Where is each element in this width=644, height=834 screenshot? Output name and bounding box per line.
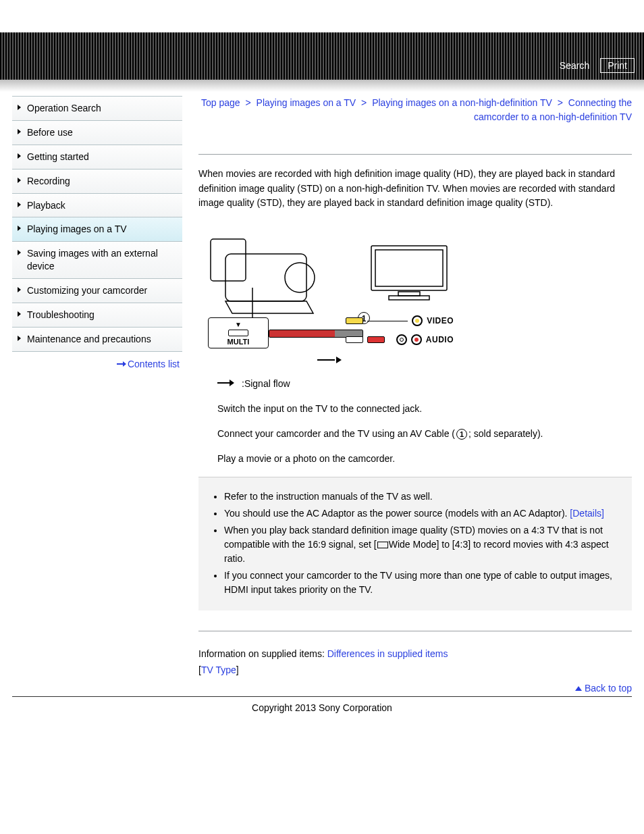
divider [198, 154, 632, 155]
tv-icon [369, 243, 450, 303]
step-3: Play a movie or a photo on the camcorder… [217, 452, 632, 466]
breadcrumb: Top page > Playing images on a TV > Play… [198, 96, 632, 124]
signal-flow-legend: :Signal flow [217, 377, 632, 391]
steps: :Signal flow Switch the input on the TV … [198, 377, 632, 466]
sidebar-item-operation-search[interactable]: Operation Search [12, 97, 182, 121]
svg-rect-1 [211, 239, 246, 281]
main-content: Top page > Playing images on a TV > Play… [198, 96, 632, 694]
divider [198, 631, 632, 631]
callout-1-inline-icon: 1 [456, 429, 467, 440]
details-link[interactable]: [Details] [570, 508, 604, 519]
breadcrumb-sep: > [361, 97, 367, 108]
breadcrumb-sep: > [558, 97, 563, 108]
sidebar-item-playback[interactable]: Playback [12, 194, 182, 218]
multi-port-icon [228, 330, 248, 336]
print-button[interactable]: Print [600, 58, 635, 73]
camcorder-icon [205, 227, 333, 327]
supplied-info: Information on supplied items: Differenc… [198, 646, 632, 679]
breadcrumb-top[interactable]: Top page [201, 97, 240, 108]
svg-rect-5 [375, 250, 443, 286]
multi-port-box: ▼ MULTI [208, 317, 269, 348]
search-button[interactable]: Search [554, 59, 595, 72]
notes-box: Refer to the instruction manuals of the … [198, 477, 632, 610]
contents-list-link-wrap: Contents list [12, 352, 182, 369]
svg-point-2 [285, 263, 315, 292]
video-label: VIDEO [427, 316, 454, 325]
contents-list-link[interactable]: Contents list [117, 359, 180, 369]
step-1: Switch the input on the TV to the connec… [217, 402, 632, 416]
signal-flow-icon [217, 380, 238, 386]
video-ring-icon [412, 315, 423, 326]
sidebar: Operation Search Before use Getting star… [12, 96, 182, 694]
video-jack-row: VIDEO [346, 313, 454, 328]
sidebar-item-playing-on-tv[interactable]: Playing images on a TV [12, 217, 182, 242]
rca-white-icon [346, 336, 363, 343]
back-to-top-link[interactable]: Back to top [575, 683, 632, 694]
back-to-top-wrap: Back to top [198, 683, 632, 694]
audio-label: AUDIO [426, 335, 454, 344]
multi-label: MULTI [209, 338, 268, 346]
supplied-lead: Information on supplied items: [198, 648, 327, 659]
footer-divider [12, 696, 632, 697]
copyright: Copyright 2013 Sony Corporation [0, 702, 644, 713]
note-4: If you connect your camcorder to the TV … [224, 569, 621, 597]
sidebar-item-saving-external[interactable]: Saving images with an external device [12, 242, 182, 279]
breadcrumb-playing[interactable]: Playing images on a TV [257, 97, 356, 108]
differences-link[interactable]: Differences in supplied items [327, 648, 448, 659]
audio-ring-white-icon [396, 334, 407, 345]
step-2: Connect your camcorder and the TV using … [217, 427, 632, 441]
svg-rect-0 [225, 254, 306, 301]
wide-mode-icon [377, 542, 388, 548]
header-band: Search Print [0, 32, 644, 80]
svg-rect-7 [389, 296, 429, 300]
note-1: Refer to the instruction manuals of the … [224, 490, 621, 504]
svg-rect-6 [398, 292, 420, 296]
tv-type-link[interactable]: TV Type [201, 664, 236, 675]
connection-diagram: ▼ MULTI 1 VIDEO AU [201, 223, 458, 365]
sidebar-list: Operation Search Before use Getting star… [12, 96, 182, 352]
note-2: You should use the AC Adaptor as the pow… [224, 506, 621, 521]
sidebar-item-troubleshooting[interactable]: Troubleshooting [12, 303, 182, 328]
audio-jack-row: AUDIO [346, 332, 454, 347]
sidebar-item-maintenance[interactable]: Maintenance and precautions [12, 328, 182, 352]
arrow-right-icon [117, 361, 126, 367]
signal-arrow-icon [317, 357, 342, 363]
triangle-up-icon [575, 686, 582, 691]
rca-red-icon [367, 336, 385, 343]
intro-paragraph: When movies are recorded with high defin… [198, 167, 632, 211]
audio-ring-red-icon [411, 334, 422, 345]
rca-yellow-icon [346, 317, 363, 324]
bracket-close: ] [236, 664, 239, 675]
note-3: When you play back standard definition i… [224, 523, 621, 566]
breadcrumb-nonhd[interactable]: Playing images on a non-high-definition … [372, 97, 552, 108]
svg-rect-4 [371, 246, 447, 290]
sidebar-item-recording[interactable]: Recording [12, 170, 182, 194]
triangle-down-icon: ▼ [209, 321, 268, 328]
breadcrumb-sep: > [246, 97, 251, 108]
sidebar-item-customizing[interactable]: Customizing your camcorder [12, 279, 182, 303]
sidebar-item-getting-started[interactable]: Getting started [12, 145, 182, 170]
sidebar-item-before-use[interactable]: Before use [12, 121, 182, 145]
